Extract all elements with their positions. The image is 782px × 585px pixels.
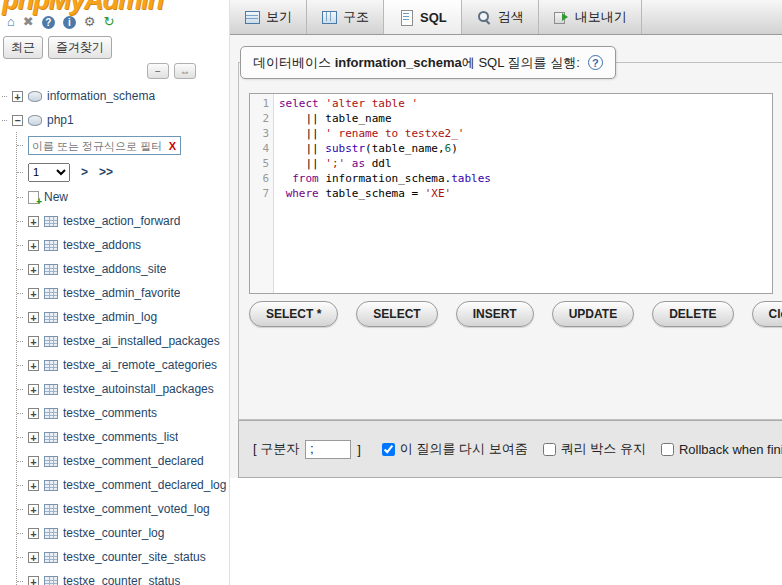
new-table-item[interactable]: New — [17, 185, 229, 209]
table-name[interactable]: testxe_counter_site_status — [63, 550, 206, 564]
query-option-checkbox[interactable] — [661, 443, 674, 456]
tree-filter-input[interactable] — [29, 140, 165, 152]
tree-table-item[interactable]: +testxe_comments_list — [17, 425, 229, 449]
collapse-icon[interactable]: − — [12, 115, 23, 126]
expand-icon[interactable]: + — [28, 264, 39, 275]
tab-label: 구조 — [343, 8, 369, 26]
expand-icon[interactable]: + — [28, 504, 39, 515]
table-name[interactable]: testxe_admin_log — [63, 310, 157, 324]
settings-icon[interactable]: ⚙ — [84, 15, 96, 29]
tab-sql[interactable]: SQL — [384, 0, 462, 34]
table-name[interactable]: testxe_autoinstall_packages — [63, 382, 214, 396]
query-button-select[interactable]: SELECT * — [249, 301, 338, 327]
delimiter-input[interactable] — [305, 440, 351, 459]
new-table-label[interactable]: New — [44, 190, 68, 204]
query-option-checkbox[interactable] — [382, 443, 395, 456]
expand-icon[interactable]: + — [28, 336, 39, 347]
tree-db-item[interactable]: + information_schema — [2, 84, 229, 108]
table-name[interactable]: testxe_addons — [63, 238, 141, 252]
home-icon[interactable]: ⌂ — [7, 15, 15, 29]
tree-table-item[interactable]: +testxe_counter_status — [17, 569, 229, 585]
recent-tables-button[interactable]: 최근 — [3, 36, 43, 59]
tree-table-item[interactable]: +testxe_comment_declared_log — [17, 473, 229, 497]
expand-icon[interactable]: + — [28, 432, 39, 443]
tree-table-item[interactable]: +testxe_ai_remote_categories — [17, 353, 229, 377]
tree-table-item[interactable]: +testxe_comments — [17, 401, 229, 425]
favorite-tables-button[interactable]: 즐겨찾기 — [48, 36, 112, 59]
info-icon[interactable]: i — [63, 16, 76, 29]
table-name[interactable]: testxe_ai_installed_packages — [63, 334, 220, 348]
tree-table-item[interactable]: +testxe_comment_declared — [17, 449, 229, 473]
expand-icon[interactable]: + — [28, 408, 39, 419]
browse-icon — [244, 9, 260, 25]
expand-icon[interactable]: + — [28, 384, 39, 395]
table-name[interactable]: testxe_counter_status — [63, 574, 180, 585]
expand-icon[interactable]: + — [28, 552, 39, 563]
tree-table-item[interactable]: +testxe_counter_site_status — [17, 545, 229, 569]
tree-table-item[interactable]: +testxe_comment_voted_log — [17, 497, 229, 521]
collapse-all-icon[interactable]: − — [147, 63, 169, 79]
quick-access-buttons: 최근 즐겨찾기 — [3, 36, 112, 59]
query-button-insert[interactable]: INSERT — [456, 301, 534, 327]
expand-icon[interactable]: + — [28, 576, 39, 585]
clear-filter-icon[interactable]: X — [165, 140, 180, 152]
expand-icon[interactable]: + — [28, 312, 39, 323]
tree-table-item[interactable]: +testxe_autoinstall_packages — [17, 377, 229, 401]
expand-icon[interactable]: + — [28, 480, 39, 491]
expand-icon[interactable]: + — [28, 240, 39, 251]
table-name[interactable]: testxe_admin_favorite — [63, 286, 180, 300]
sql-line: || ' rename to testxe2_' — [279, 126, 772, 141]
table-icon — [44, 312, 58, 323]
exit-icon[interactable]: ✖ — [23, 15, 34, 29]
query-option-checkbox[interactable] — [543, 443, 556, 456]
query-buttons: SELECT *SELECTINSERTUPDATEDELETEClear — [249, 301, 782, 327]
query-option-label: 쿼리 박스 유지 — [561, 440, 646, 458]
table-name[interactable]: testxe_comments — [63, 406, 157, 420]
tree-table-item[interactable]: +testxe_admin_favorite — [17, 281, 229, 305]
query-button-update[interactable]: UPDATE — [552, 301, 634, 327]
sql-editor[interactable]: 1234567 select 'alter table ' || table_n… — [249, 93, 773, 294]
page-select[interactable]: 1 — [28, 163, 70, 182]
tree-table-item[interactable]: +testxe_counter_log — [17, 521, 229, 545]
query-option-1: 쿼리 박스 유지 — [543, 440, 646, 458]
query-button-clear[interactable]: Clear — [752, 301, 782, 327]
tree-table-item[interactable]: +testxe_ai_installed_packages — [17, 329, 229, 353]
tree-table-item[interactable]: +testxe_admin_log — [17, 305, 229, 329]
table-name[interactable]: testxe_addons_site — [63, 262, 166, 276]
expand-icon[interactable]: + — [28, 216, 39, 227]
tree-db-item[interactable]: − php1 — [2, 108, 229, 132]
sql-code[interactable]: select 'alter table ' || table_name || '… — [274, 94, 772, 293]
last-page-link[interactable]: >> — [99, 165, 113, 179]
expand-icon[interactable]: + — [28, 528, 39, 539]
table-name[interactable]: testxe_comment_voted_log — [63, 502, 210, 516]
tree-table-item[interactable]: +testxe_addons_site — [17, 257, 229, 281]
table-name[interactable]: testxe_ai_remote_categories — [63, 358, 217, 372]
table-name[interactable]: testxe_action_forward — [63, 214, 180, 228]
database-name[interactable]: php1 — [47, 113, 74, 127]
expand-icon[interactable]: + — [12, 91, 23, 102]
sql-icon — [398, 9, 414, 25]
table-name[interactable]: testxe_counter_log — [63, 526, 164, 540]
next-page-link[interactable]: > — [81, 165, 88, 179]
database-name[interactable]: information_schema — [47, 89, 155, 103]
help-icon[interactable]: ? — [588, 55, 603, 70]
tab-browse[interactable]: 보기 — [230, 0, 307, 34]
table-name[interactable]: testxe_comment_declared — [63, 454, 204, 468]
reload-icon[interactable]: ↻ — [103, 15, 114, 29]
tree-table-item[interactable]: +testxe_action_forward — [17, 209, 229, 233]
expand-icon[interactable]: + — [28, 456, 39, 467]
table-name[interactable]: testxe_comment_declared_log — [63, 478, 226, 492]
tab-export[interactable]: 내보내기 — [539, 0, 642, 34]
docs-icon[interactable]: ? — [42, 16, 55, 29]
tab-search[interactable]: 검색 — [462, 0, 539, 34]
tree-table-item[interactable]: +testxe_addons — [17, 233, 229, 257]
query-button-select[interactable]: SELECT — [356, 301, 437, 327]
query-button-delete[interactable]: DELETE — [652, 301, 733, 327]
query-options: 이 질의를 다시 보여줌쿼리 박스 유지Rollback when finish… — [367, 440, 782, 458]
tab-structure[interactable]: 구조 — [307, 0, 384, 34]
query-header-prefix: 데이터베이스 — [253, 55, 335, 70]
link-with-main-icon[interactable]: ⇔ — [174, 63, 196, 79]
expand-icon[interactable]: + — [28, 360, 39, 371]
table-name[interactable]: testxe_comments_list — [63, 430, 178, 444]
expand-icon[interactable]: + — [28, 288, 39, 299]
